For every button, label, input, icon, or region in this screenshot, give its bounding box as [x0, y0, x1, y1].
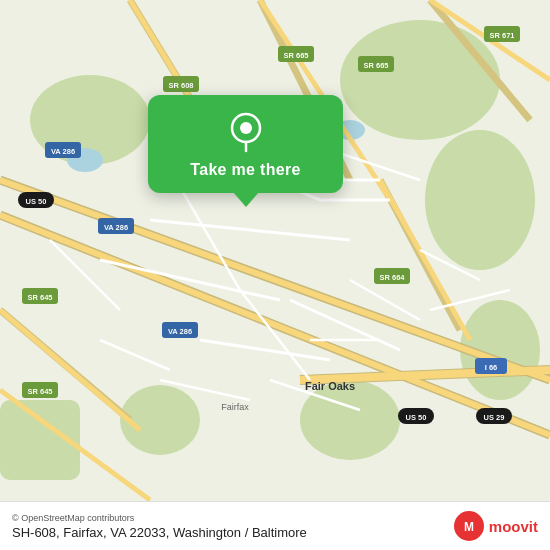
svg-text:US 50: US 50 [406, 413, 427, 422]
svg-line-42 [100, 340, 170, 370]
moovit-icon: M [453, 510, 485, 542]
svg-text:Fairfax: Fairfax [221, 402, 249, 412]
svg-text:SR 665: SR 665 [283, 51, 308, 60]
bottom-bar: © OpenStreetMap contributors SH-608, Fai… [0, 501, 550, 550]
map-container: VA 286 US 50 VA 286 SR 608 SR 665 SR 665… [0, 0, 550, 550]
address-text: SH-608, Fairfax, VA 22033, Washington / … [12, 525, 307, 540]
location-pin-icon [225, 111, 267, 153]
popup-card[interactable]: Take me there [148, 95, 343, 193]
svg-text:M: M [464, 520, 474, 534]
svg-point-3 [300, 380, 400, 460]
svg-text:SR 665: SR 665 [363, 61, 388, 70]
svg-text:VA 286: VA 286 [104, 223, 128, 232]
svg-text:SR 608: SR 608 [168, 81, 193, 90]
svg-point-1 [340, 20, 500, 140]
svg-text:US 29: US 29 [484, 413, 505, 422]
svg-text:US 50: US 50 [26, 197, 47, 206]
svg-text:SR 645: SR 645 [27, 387, 52, 396]
svg-text:SR 664: SR 664 [379, 273, 405, 282]
moovit-text: moovit [489, 518, 538, 535]
map-roads: VA 286 US 50 VA 286 SR 608 SR 665 SR 665… [0, 0, 550, 550]
svg-text:Fair Oaks: Fair Oaks [305, 380, 355, 392]
svg-point-2 [425, 130, 535, 270]
copyright-text: © OpenStreetMap contributors [12, 513, 307, 523]
svg-text:VA 286: VA 286 [168, 327, 192, 336]
svg-text:VA 286: VA 286 [51, 147, 75, 156]
popup-label: Take me there [190, 161, 300, 179]
svg-text:SR 645: SR 645 [27, 293, 52, 302]
svg-line-27 [150, 220, 350, 240]
moovit-logo: M moovit [453, 510, 538, 542]
svg-text:I 66: I 66 [485, 363, 498, 372]
address-section: © OpenStreetMap contributors SH-608, Fai… [12, 513, 307, 540]
svg-text:SR 671: SR 671 [489, 31, 514, 40]
svg-point-75 [240, 122, 252, 134]
